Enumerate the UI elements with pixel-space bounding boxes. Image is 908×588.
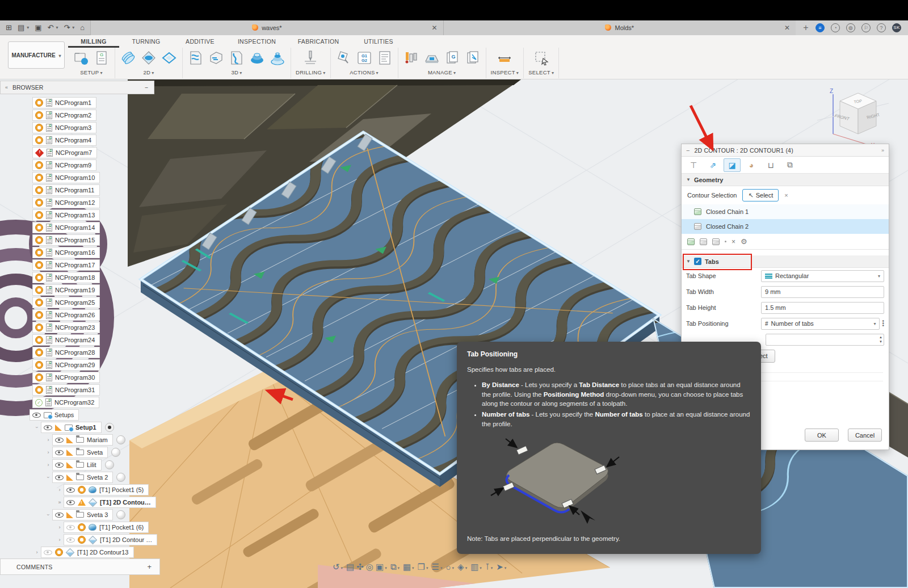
display-settings-icon[interactable]: ⧉ [390,562,397,572]
active-setup-radio[interactable] [105,423,114,432]
remove-chain-icon[interactable]: × [732,238,735,246]
nc-program-item[interactable]: NCProgram11 [32,184,100,196]
drill-icon[interactable] [302,49,319,66]
look-at-icon[interactable]: ▤ [346,562,354,572]
extensions-icon[interactable]: ◔ [831,23,840,32]
chevron-down-icon[interactable]: ▾ [452,566,455,570]
eye-icon[interactable] [55,475,64,480]
more-options-icon[interactable]: ••• [882,320,884,327]
field-input[interactable]: 1.5 mm [761,302,884,314]
nc-program-item[interactable]: NCProgram10 [32,172,100,183]
nc-program-item[interactable]: NCProgram19 [32,284,100,296]
job-status-icon[interactable]: ≡ [815,23,825,32]
tree-item[interactable]: [T1] 2D Contou… [64,497,156,508]
texture-icon[interactable]: ▥ [470,562,478,572]
group-label[interactable]: INSPECT [491,69,519,75]
number-of-tabs-input[interactable]: ▲▼ [766,334,884,346]
nc-program-item[interactable]: NCProgram2 [32,110,96,121]
chevron-down-icon[interactable]: ▾ [397,566,400,570]
tree-item[interactable]: Setups [30,409,79,421]
eye-icon[interactable] [55,438,64,443]
geometry-tab-icon[interactable]: ⇗ [704,158,721,172]
collapse-dialog-icon[interactable]: − [686,147,690,154]
tree-item[interactable]: Setup1 [41,422,102,433]
tree-item[interactable]: Sveta 2 [52,472,113,483]
chevron-right-icon[interactable]: › [56,487,64,493]
3d-pocket-icon[interactable] [208,49,225,66]
eye-icon[interactable] [55,513,64,518]
eye-off-icon[interactable] [66,525,75,530]
eye-icon[interactable] [66,500,75,505]
nc-program-item[interactable]: NCProgram29 [32,359,100,371]
field-input[interactable]: 9 mm [761,286,884,298]
chevron-right-icon[interactable]: › [33,549,41,555]
tree-item[interactable]: Lilit [52,459,102,471]
sphere-badge[interactable] [105,460,114,469]
nc-program-item[interactable]: NCProgram13 [32,209,100,221]
tree-item[interactable]: [T1] 2D Contour … [64,534,157,545]
nc-program-item[interactable]: NCProgram12 [32,197,100,208]
nc-program-item[interactable]: NCProgram28 [32,347,100,358]
measure-icon[interactable]: ⊺ [485,562,490,572]
chevron-right-icon[interactable]: › [56,537,64,543]
sphere-badge[interactable] [111,448,120,457]
nc-program-item[interactable]: NCProgram25 [32,297,100,308]
nc-program-item[interactable]: NCProgram30 [32,372,100,383]
chain-item[interactable]: Closed Chain 2 [682,219,889,234]
sphere-badge[interactable] [116,510,125,519]
cancel-button[interactable]: Cancel [848,429,882,442]
expand-dialog-icon[interactable]: » [881,148,884,153]
chevron-down-icon[interactable]: ▾ [412,566,414,570]
group-label[interactable]: 3D [231,69,242,75]
collapse-panel-icon[interactable]: « [5,85,8,90]
post-process-icon[interactable] [335,49,352,66]
2d-pocket-icon[interactable] [140,49,157,66]
tree-item[interactable]: [T1] Pocket1 (6) [64,522,149,533]
select-box-icon[interactable] [533,49,550,66]
refresh-icon[interactable]: ○ [446,562,451,572]
close-tab-icon[interactable]: ✕ [784,24,790,32]
nc-program-item[interactable]: NCProgram9 [32,159,96,171]
chevron-right-icon[interactable]: » [56,499,64,505]
nc-program-item[interactable]: NCProgram18 [32,272,100,283]
undo-icon[interactable]: ↶ [48,24,54,31]
nc-program-item[interactable]: NCProgram31 [32,384,100,396]
eye-icon[interactable] [32,413,41,418]
tree-item[interactable]: Mariam [52,434,113,446]
tree-item[interactable]: Sveta 3 [52,509,113,520]
nc-program-item[interactable]: NCProgram26 [32,309,100,321]
group-label[interactable]: SELECT [528,69,554,75]
ribbon-tab-utilities[interactable]: UTILITIES [350,36,407,48]
post-library-icon[interactable]: G [444,49,461,66]
3d-steep-icon[interactable] [228,49,245,66]
section-collapse-icon[interactable]: ▼ [686,177,691,182]
eye-off-icon[interactable] [44,550,52,555]
chain-mode-icon[interactable] [700,238,707,245]
2d-adaptive-icon[interactable] [120,49,137,66]
comments-bar[interactable]: COMMENTS + [0,558,160,575]
viewports-icon[interactable]: ❒ [418,562,425,572]
eye-icon[interactable] [55,450,64,455]
chevron-down-icon[interactable]: ▾ [341,566,343,570]
chevron-down-icon[interactable]: ▾ [491,566,493,570]
tool-tab-icon[interactable]: ⊤ [685,158,702,172]
nc-program-item[interactable]: ✓NCProgram32 [32,397,99,408]
eye-icon[interactable] [55,463,64,468]
section-icon[interactable]: ◈ [457,562,464,572]
nc-program-item[interactable]: NCProgram24 [32,334,100,346]
chevron-down-icon[interactable]: › [45,511,51,519]
ok-button[interactable]: OK [805,429,839,442]
nc-program-item[interactable]: NCProgram7 [32,147,97,158]
nc-program-item[interactable]: NCProgram1 [32,97,96,108]
close-tab-icon[interactable]: ✕ [432,24,438,32]
document-tab-Molds[interactable]: Molds*✕ [443,20,796,35]
tree-item[interactable]: [T1] Pocket1 (5) [64,484,149,495]
save-icon[interactable]: ▣ [35,24,41,31]
chevron-down-icon[interactable]: ▾ [385,566,387,570]
template-library-icon[interactable] [464,49,481,66]
document-tab-waves[interactable]: waves*✕ [90,20,443,35]
pattern-tab-icon[interactable]: ⧉ [781,158,798,172]
chain-item[interactable]: Closed Chain 1 [682,204,889,219]
browser-panel-header[interactable]: « BROWSER − [0,81,154,94]
chevron-down-icon[interactable]: ▾ [426,566,428,570]
